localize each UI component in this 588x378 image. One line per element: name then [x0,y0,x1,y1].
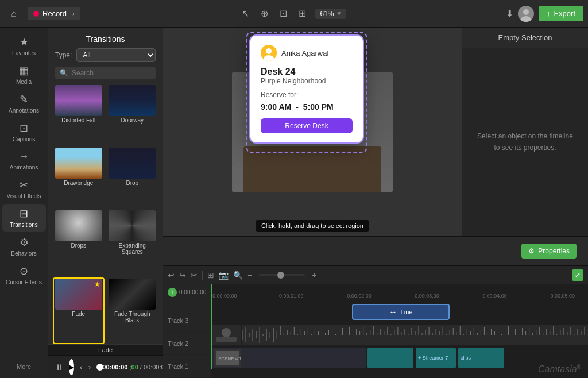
streamer-label: + Streamer 7 [418,355,448,361]
user-avatar[interactable] [518,6,534,22]
search-input[interactable] [72,69,151,77]
sidebar-item-visual-effects[interactable]: ✂ Visual Effects [2,175,46,203]
transition-thumb-doorway [109,85,156,116]
clip-line-label: Line [401,308,413,315]
gear-icon: ⚙ [528,247,535,255]
card-user-name: Anika Agarwal [281,49,328,57]
sidebar-label-cursor-effects: Cursor Effects [6,279,42,286]
clip-teal-1[interactable] [368,348,413,368]
clip-streamer[interactable]: + Streamer 7 [416,348,456,368]
transition-drops[interactable]: Drops [53,209,105,276]
sidebar-item-annotations[interactable]: ✎ Annotations [2,90,46,117]
track-labels-list: Track 3 Track 2 Track 1 [163,300,211,378]
move-tool-icon[interactable]: ⊕ [258,6,270,21]
resize-arrows-icon: ↔ [389,307,397,317]
zoom-control[interactable]: 61% ▼ [315,9,346,19]
clip-line[interactable]: ↔ Line [352,304,450,320]
transition-thumb-fade-through-black [109,279,156,310]
clip-clips[interactable]: clips [458,348,504,368]
playback-bar: ⏸ ▶ ‹ › 00:00:00 ;00 / 00:00:05;28 [48,355,163,378]
properties-button[interactable]: ⚙ Properties [521,244,577,259]
clip-audio[interactable] [242,325,588,345]
sidebar-item-animations[interactable]: → Animations [2,147,46,174]
pause-icon[interactable]: ⏸ [55,362,63,372]
ruler-mark-3: 0:00:03;00 [415,293,439,299]
card-reserve-button[interactable]: Reserve Desk [261,118,353,133]
transition-distorted-fall[interactable]: Distorted Fall [53,84,105,144]
preview-canvas[interactable]: Anika Agarwal Desk 24 Purple Neighborhoo… [163,28,462,236]
zoom-value: 61% [320,10,334,18]
transition-label-distorted-fall: Distorted Fall [61,116,95,125]
ruler-mark-5: 0:00:05;00 [550,293,575,299]
home-button[interactable]: ⌂ [5,5,23,23]
zoom-in-icon[interactable]: 🔍 [233,271,243,280]
timeline-zoom-slider[interactable] [259,274,305,276]
crop-tool-icon[interactable]: ⊡ [277,6,289,21]
prev-button[interactable]: ‹ [80,362,83,372]
preview-area: Anika Agarwal Desk 24 Purple Neighborhoo… [163,28,462,236]
redo-icon[interactable]: ↪ [179,271,186,280]
sidebar-label-captions: Captions [13,136,35,142]
svg-point-7 [222,328,231,337]
track-row-2 [211,323,588,346]
progress-thumb [96,364,103,371]
empty-selection-body: Select an object on the timeline to see … [462,48,588,236]
sidebar-item-favorites[interactable]: ★ Favorites [2,32,46,60]
track-label-2: Track 2 [163,332,211,355]
sidebar-item-media[interactable]: ▦ Media [2,61,46,88]
ruler-mark-1: 0:00:01;00 [279,293,304,299]
svg-point-1 [523,9,529,15]
minus-icon[interactable]: − [247,271,252,280]
sidebar-label-behaviors: Behaviors [11,250,36,257]
transition-doorway[interactable]: Doorway [107,84,158,144]
plus-icon[interactable]: + [312,271,316,280]
transition-label-fade-through-black: Fade Through Black [108,310,157,325]
transitions-icon: ⊟ [20,207,28,220]
timeline-area: ↩ ↪ ✂ ⊞ 📷 🔍 − + ⤢ + 0 [163,265,588,378]
empty-selection-title: Empty Selection [462,28,588,48]
record-dot [33,11,39,17]
timeline-header-left: + 0:00:00;00 [163,284,211,300]
transition-drawbridge[interactable]: Drawbridge [53,146,105,207]
transition-drop[interactable]: Drop [107,146,158,207]
ruler-mark-4: 0:00:04;00 [482,293,507,299]
record-button[interactable]: Record › [28,7,80,20]
transition-fade-through-black[interactable]: Fade Through Black [107,277,158,344]
svg-text:SCENE 4 TAKE: SCENE 4 TAKE [218,356,241,361]
annotate-tool-icon[interactable]: ⊞ [296,6,308,21]
sidebar-more-button[interactable]: More [2,360,46,373]
sidebar-item-cursor-effects[interactable]: ⊙ Cursor Effects [2,261,46,289]
export-button[interactable]: ↑ Export [539,6,583,21]
camera-icon[interactable]: 📷 [219,271,229,280]
download-icon[interactable]: ⬇ [506,8,513,19]
timeline-content: + 0:00:00;00 Track 3 Track 2 Track 1 [163,284,588,378]
fade-label-bar: Fade [48,344,163,355]
expand-timeline-button[interactable]: ⤢ [572,269,583,281]
playhead-line [211,284,212,300]
record-label: Record [42,9,67,18]
playhead-track2 [211,323,212,346]
transition-fade[interactable]: ★ Fade [53,277,105,344]
add-track-button[interactable]: + [168,288,177,297]
transition-expanding-squares[interactable]: Expanding Squares [107,209,158,276]
clip-video[interactable]: SCENE 4 TAKE [211,348,366,368]
next-button[interactable]: › [88,362,91,372]
cut-icon[interactable]: ✂ [191,271,198,280]
copy-icon[interactable]: ⊞ [207,271,214,280]
sidebar-item-captions[interactable]: ⊡ Captions [2,118,46,146]
selected-transition-label: Fade [98,346,113,353]
cursor-tool-icon[interactable]: ↖ [239,6,252,21]
sidebar-item-behaviors[interactable]: ⚙ Behaviors [2,233,46,260]
play-button[interactable]: ▶ [69,359,74,375]
sidebar-item-transitions[interactable]: ⊟ Transitions [2,204,46,232]
track-labels: + 0:00:00;00 Track 3 Track 2 Track 1 [163,284,211,378]
type-select[interactable]: All [76,48,156,62]
toolbar-center: ↖ ⊕ ⊡ ⊞ 61% ▼ [85,6,501,21]
card-time-end: 5:00 PM [303,102,334,111]
transition-thumb-drop [109,148,156,179]
time-current: 00:00:00 [102,364,127,371]
timeline-tracks: 0:00:00;00 0:00:01;00 0:00:02;00 0:00:03… [211,284,588,378]
undo-icon[interactable]: ↩ [168,271,175,280]
chevron-right-icon: › [72,10,75,18]
clip-audio-thumb[interactable] [211,325,241,345]
